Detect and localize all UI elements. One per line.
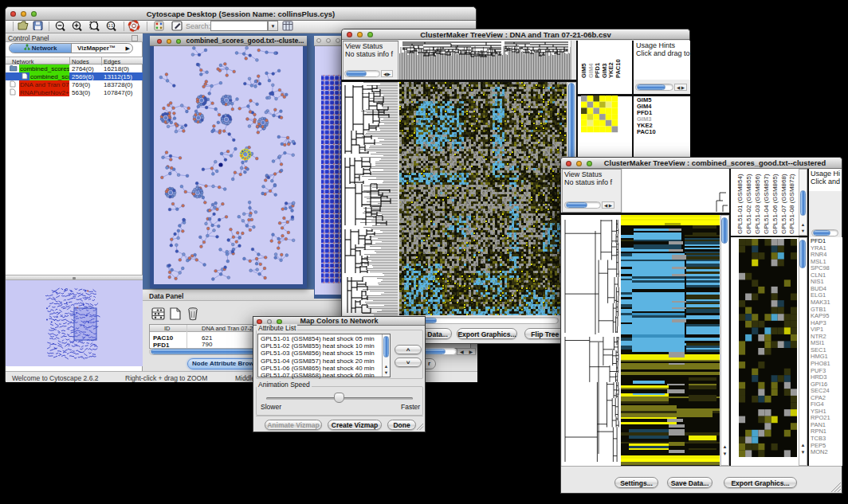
svg-text:GPL51-02 (GSM855): GPL51-02 (GSM855) xyxy=(745,174,752,234)
svg-text:GPL51-07 (GSM868): GPL51-07 (GSM868) xyxy=(780,174,787,234)
svg-text:GPL51-04 (GSM857): GPL51-04 (GSM857) xyxy=(763,174,770,234)
svg-text:GPL51-03 (GSM856): GPL51-03 (GSM856) xyxy=(754,174,761,234)
svg-text:GPL51-06 (GSM865): GPL51-06 (GSM865) xyxy=(771,174,779,234)
svg-text:GPL51-08 (GSM872): GPL51-08 (GSM872) xyxy=(788,174,795,234)
svg-text:PAC10: PAC10 xyxy=(614,59,622,78)
svg-text:GPL51-01 (GSM854): GPL51-01 (GSM854) xyxy=(736,174,744,234)
svg-text:1:1: 1:1 xyxy=(108,24,114,28)
